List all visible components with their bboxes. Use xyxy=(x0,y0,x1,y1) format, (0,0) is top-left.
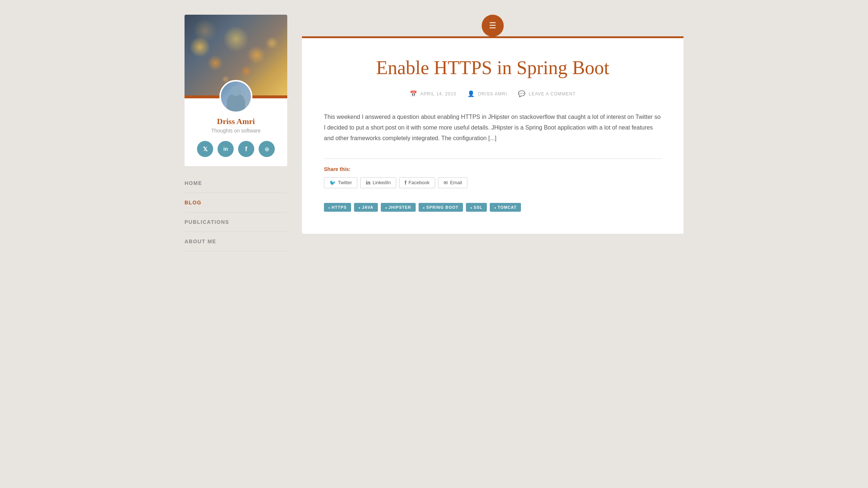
twitter-share-icon: 🐦 xyxy=(329,180,336,186)
facebook-social-link[interactable]: f xyxy=(238,141,254,157)
article-meta: 📅 APRIL 14, 2015 👤 DRISS AMRI 💬 LEAVE A … xyxy=(324,90,661,97)
social-icons: 𝕏 in f ⊕ xyxy=(185,141,287,166)
menu-button[interactable]: ☰ xyxy=(482,15,504,37)
article-comment-label: LEAVE A COMMENT xyxy=(529,91,576,96)
linkedin-share-label: LinkedIn xyxy=(373,180,391,185)
facebook-share-icon: f xyxy=(405,180,406,186)
comment-icon: 💬 xyxy=(518,90,526,97)
tag-springboot[interactable]: SPRING BOOT xyxy=(419,203,463,212)
facebook-icon: f xyxy=(245,145,247,153)
linkedin-social-link[interactable]: in xyxy=(218,141,234,157)
nav-item-blog[interactable]: BLOG xyxy=(185,193,287,212)
article-body: This weekend I answered a question about… xyxy=(324,112,661,143)
share-twitter-button[interactable]: 🐦 Twitter xyxy=(324,177,357,188)
menu-icon: ☰ xyxy=(489,22,496,30)
tag-tomcat[interactable]: TOMCAT xyxy=(490,203,521,212)
share-email-button[interactable]: ✉ Email xyxy=(438,177,468,188)
share-buttons: 🐦 Twitter in LinkedIn f Facebook ✉ Email xyxy=(324,177,661,188)
tag-java[interactable]: JAVA xyxy=(354,203,378,212)
meta-author: 👤 DRISS AMRI xyxy=(467,90,507,97)
meta-date: 📅 APRIL 14, 2015 xyxy=(410,90,456,97)
user-icon: 👤 xyxy=(467,90,475,97)
sidebar: Driss Amri Thoughts on software 𝕏 in f ⊕… xyxy=(185,15,287,251)
email-share-label: Email xyxy=(450,180,462,185)
twitter-share-label: Twitter xyxy=(338,180,352,185)
profile-tagline: Thoughts on software xyxy=(185,128,287,134)
share-label: Share this: xyxy=(324,166,661,172)
article-card: Enable HTTPS in Spring Boot 📅 APRIL 14, … xyxy=(302,36,683,234)
share-linkedin-button[interactable]: in LinkedIn xyxy=(360,177,396,188)
share-section: Share this: 🐦 Twitter in LinkedIn f Face… xyxy=(324,159,661,188)
avatar-wrap xyxy=(185,80,287,113)
avatar xyxy=(219,80,252,113)
github-social-link[interactable]: ⊕ xyxy=(259,141,275,157)
share-facebook-button[interactable]: f Facebook xyxy=(399,177,435,188)
twitter-social-link[interactable]: 𝕏 xyxy=(197,141,213,157)
profile-name: Driss Amri xyxy=(185,117,287,126)
tag-jhipster[interactable]: JHIPSTER xyxy=(381,203,416,212)
profile-card: Driss Amri Thoughts on software 𝕏 in f ⊕ xyxy=(185,15,287,166)
nav-item-home[interactable]: HOME xyxy=(185,174,287,193)
facebook-share-label: Facebook xyxy=(409,180,430,185)
linkedin-icon: in xyxy=(223,146,228,152)
meta-comment[interactable]: 💬 LEAVE A COMMENT xyxy=(518,90,576,97)
article-date: APRIL 14, 2015 xyxy=(420,91,456,96)
nav-item-publications[interactable]: PUBLICATIONS xyxy=(185,212,287,232)
tag-https[interactable]: HTTPS xyxy=(324,203,351,212)
article-author: DRISS AMRI xyxy=(478,91,507,96)
nav-item-about[interactable]: ABOUT ME xyxy=(185,232,287,251)
main-content: ☰ Enable HTTPS in Spring Boot 📅 APRIL 14… xyxy=(302,15,683,234)
sidebar-nav: HOME BLOG PUBLICATIONS ABOUT ME xyxy=(185,174,287,251)
github-icon: ⊕ xyxy=(265,146,269,153)
menu-button-wrap: ☰ xyxy=(302,15,683,37)
article-title: Enable HTTPS in Spring Boot xyxy=(324,57,661,79)
tags-container: HTTPS JAVA JHIPSTER SPRING BOOT SSL TOMC… xyxy=(324,203,661,212)
calendar-icon: 📅 xyxy=(410,90,417,97)
linkedin-share-icon: in xyxy=(366,180,370,186)
twitter-icon: 𝕏 xyxy=(203,146,208,153)
tag-ssl[interactable]: SSL xyxy=(466,203,487,212)
email-share-icon: ✉ xyxy=(444,180,448,186)
